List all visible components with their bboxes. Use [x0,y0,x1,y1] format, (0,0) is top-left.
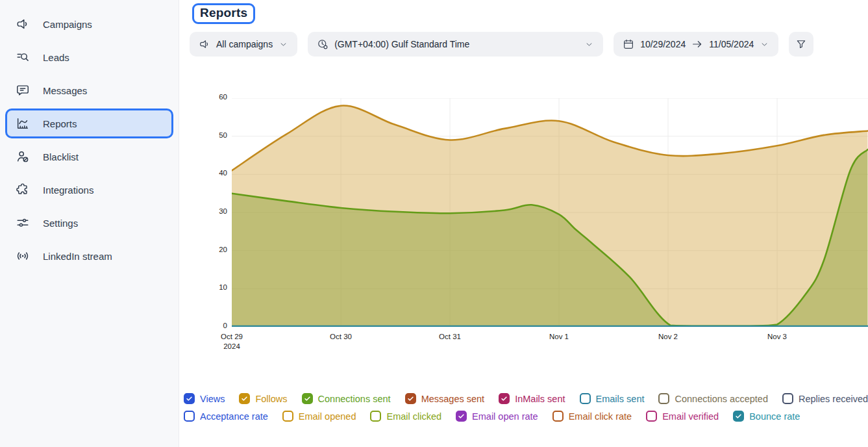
y-axis-tick: 0 [204,322,227,329]
checkbox-unchecked-icon[interactable] [782,393,793,404]
legend-item-email-verified[interactable]: Email verified [646,411,719,422]
chevron-down-icon [279,40,288,49]
legend-item-email-opened[interactable]: Email opened [282,411,356,422]
chevron-down-icon [760,40,769,49]
y-axis-tick: 10 [204,283,227,291]
calendar-icon [623,38,634,50]
timezone-dropdown[interactable]: (GMT+04:00) Gulf Standard Time [308,32,603,57]
date-range-end: 11/05/2024 [709,39,754,49]
legend-item-label: Bounce rate [749,411,800,422]
checkbox-checked-icon[interactable] [405,393,416,404]
checkbox-checked-icon[interactable] [302,393,313,404]
reports-chart: 0102030405060Oct 292024Oct 30Oct 31Nov 1… [179,86,868,359]
sidebar-item-campaigns[interactable]: Campaigns [5,9,173,39]
checkbox-unchecked-icon[interactable] [282,411,293,422]
megaphone-icon [16,17,30,31]
legend-item-bounce-rate[interactable]: Bounce rate [733,411,800,422]
legend-row-1: ViewsFollowsConnections sentMessages sen… [184,393,868,404]
sidebar: CampaignsLeadsMessagesReportsBlacklistIn… [0,0,179,447]
x-axis-tick: Nov 3 [748,332,806,342]
page-title-highlight-box: Reports [192,3,255,24]
sidebar-item-integrations[interactable]: Integrations [5,175,173,205]
sidebar-item-reports[interactable]: Reports [5,109,173,138]
x-axis-tick-year: 2024 [203,342,261,351]
legend-item-label: Follows [255,394,287,404]
legend-item-emails-sent[interactable]: Emails sent [580,393,645,404]
legend-row-2: Acceptance rateEmail openedEmail clicked… [184,411,868,422]
date-range-picker[interactable]: 10/29/2024 11/05/2024 [614,32,778,57]
chevron-down-icon [584,40,594,49]
sidebar-item-label: Integrations [43,185,93,196]
sidebar-item-linkedin-stream[interactable]: LinkedIn stream [5,241,173,271]
legend-item-label: Replies received [799,394,868,404]
legend-item-email-click-rate[interactable]: Email click rate [552,411,632,422]
checkbox-unchecked-icon[interactable] [646,411,657,422]
campaign-filter-dropdown[interactable]: All campaigns [190,32,297,57]
legend-item-email-open-rate[interactable]: Email open rate [456,411,538,422]
sidebar-item-label: Blacklist [43,151,79,162]
legend-item-label: InMails sent [515,394,565,404]
sidebar-item-settings[interactable]: Settings [5,208,173,238]
sidebar-item-leads[interactable]: Leads [5,42,173,72]
legend-item-label: Email clicked [386,411,441,422]
legend-item-label: Messages sent [421,394,485,404]
x-axis-tick-label: Oct 30 [312,332,370,342]
checkbox-unchecked-icon[interactable] [552,411,564,422]
y-axis-tick: 20 [204,246,227,253]
clock-icon [317,38,329,50]
checkbox-checked-icon[interactable] [456,411,467,422]
checkbox-unchecked-icon[interactable] [184,411,195,422]
checkbox-checked-icon[interactable] [733,411,744,422]
linkedin-stream-icon [16,249,30,263]
checkbox-checked-icon[interactable] [499,393,510,404]
legend-item-label: Email click rate [569,411,632,422]
legend-item-views[interactable]: Views [184,393,225,404]
reports-icon [16,116,30,131]
checkbox-unchecked-icon[interactable] [658,393,669,404]
checkbox-unchecked-icon[interactable] [580,393,591,404]
x-axis-tick-label: Nov 3 [748,332,806,342]
checkbox-unchecked-icon[interactable] [370,411,381,422]
x-axis-tick: Oct 292024 [203,332,261,351]
legend-item-replies-received[interactable]: Replies received [782,393,868,404]
legend-item-label: Email open rate [472,411,538,422]
legend-item-label: Emails sent [596,394,645,404]
x-axis-tick: Oct 30 [312,332,370,342]
filter-button[interactable] [789,32,813,57]
legend-item-messages-sent[interactable]: Messages sent [405,393,485,404]
settings-icon [16,216,30,230]
main-content: Reports All campaigns (GMT+04:00) Gulf S… [179,0,868,447]
chart-legend: ViewsFollowsConnections sentMessages sen… [184,393,868,422]
sidebar-item-blacklist[interactable]: Blacklist [5,142,173,172]
timezone-label: (GMT+04:00) Gulf Standard Time [334,39,469,49]
integrations-icon [16,183,30,197]
legend-item-label: Connections sent [318,394,391,404]
date-range-start: 10/29/2024 [640,39,686,49]
megaphone-icon [199,38,210,50]
funnel-icon [795,38,807,50]
legend-item-follows[interactable]: Follows [239,393,287,404]
legend-item-connections-sent[interactable]: Connections sent [302,393,391,404]
legend-item-label: Views [200,394,225,404]
legend-item-inmails-sent[interactable]: InMails sent [499,393,565,404]
sidebar-item-label: Settings [43,218,78,229]
legend-item-acceptance-rate[interactable]: Acceptance rate [184,411,268,422]
arrow-right-icon [691,38,703,50]
legend-item-email-clicked[interactable]: Email clicked [370,411,441,422]
y-axis-tick: 50 [204,131,227,139]
page-title: Reports [200,6,247,20]
legend-item-label: Email verified [662,411,719,422]
sidebar-item-messages[interactable]: Messages [5,75,173,105]
leads-icon [16,50,30,64]
chart-plot-area[interactable] [232,98,868,328]
sidebar-item-label: Messages [43,85,87,96]
checkbox-checked-icon[interactable] [184,393,195,404]
app-root: CampaignsLeadsMessagesReportsBlacklistIn… [0,0,868,447]
sidebar-item-label: LinkedIn stream [43,251,112,262]
blacklist-icon [16,149,30,164]
sidebar-item-label: Reports [43,118,77,129]
legend-item-connections-accepted[interactable]: Connections accepted [658,393,768,404]
checkbox-checked-icon[interactable] [239,393,250,404]
legend-item-label: Connections accepted [675,394,768,404]
y-axis-tick: 30 [204,207,227,215]
